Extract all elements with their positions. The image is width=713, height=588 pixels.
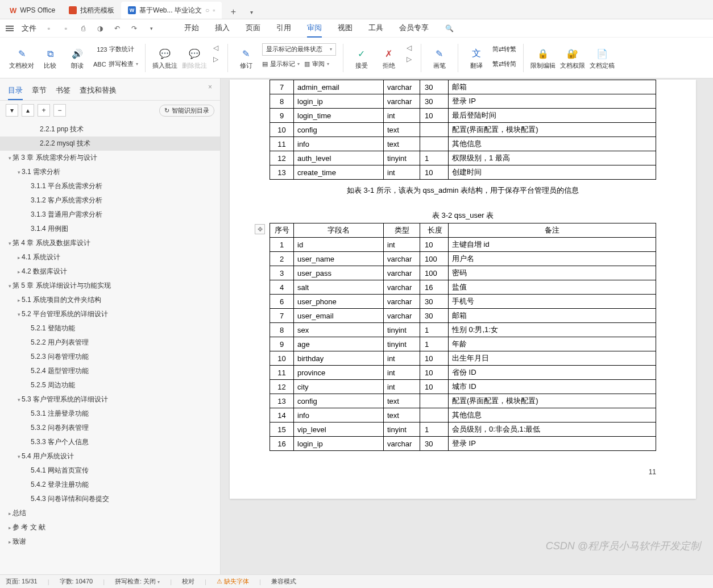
toc-item[interactable]: 5.4.2 登录注册功能 xyxy=(0,478,220,492)
toc-item[interactable]: 2.2.2 mysql 技术 xyxy=(0,136,220,151)
status-page[interactable]: 页面: 15/31 xyxy=(6,577,38,586)
search-icon[interactable]: 🔍 xyxy=(445,24,454,33)
expand-tri-icon[interactable]: ▸ xyxy=(7,539,13,545)
doc-proof-button[interactable]: ✎文档校对 xyxy=(9,43,34,75)
ribbon-tab[interactable]: 页面 xyxy=(246,19,260,38)
ribbon-tab[interactable]: 插入 xyxy=(215,19,230,38)
toc-expand-button[interactable]: ▴ xyxy=(22,104,34,117)
redo-icon[interactable]: ↷ xyxy=(130,24,139,33)
expand-tri-icon[interactable]: ▸ xyxy=(16,297,22,303)
status-compat[interactable]: 兼容模式 xyxy=(271,577,296,586)
ribbon-tab[interactable]: 会员专享 xyxy=(399,19,429,38)
ribbon-tab[interactable]: 视图 xyxy=(338,19,353,38)
read-aloud-button[interactable]: 🔊朗读 xyxy=(66,43,89,75)
expand-tri-icon[interactable]: ▾ xyxy=(7,283,13,289)
spellcheck-button[interactable]: ABC拼写检查▾ xyxy=(93,58,138,71)
next-change-icon[interactable]: ▷ xyxy=(405,55,414,64)
toc-item[interactable]: 5.4.1 网站首页宣传 xyxy=(0,463,220,478)
toc-item[interactable]: 5.2.2 用户列表管理 xyxy=(0,336,220,350)
status-missing-font[interactable]: ⚠ 缺失字体 xyxy=(217,577,249,586)
sidebar-tab[interactable]: 查找和替换 xyxy=(80,83,117,100)
trad-simp-button[interactable]: 繁⇄转简 xyxy=(492,58,516,71)
status-spell[interactable]: 拼写检查: 关闭 ▾ xyxy=(115,577,160,586)
toc-item[interactable]: 3.1.2 客户系统需求分析 xyxy=(0,193,220,208)
toc-item[interactable]: ▸参 考 文 献 xyxy=(0,520,220,535)
toc-item[interactable]: ▸总结 xyxy=(0,506,220,520)
sidebar-tab[interactable]: 书签 xyxy=(56,83,71,100)
toc-item[interactable]: ▾第 4 章 系统及数据库设计 xyxy=(0,236,220,250)
document-viewport[interactable]: 7admin_emailvarchar30邮箱8login_ipvarchar3… xyxy=(221,78,713,574)
expand-tri-icon[interactable]: ▾ xyxy=(16,397,22,403)
close-sidebar-icon[interactable]: × xyxy=(208,83,212,100)
expand-tri-icon[interactable]: ▸ xyxy=(16,269,22,275)
insert-comment-button[interactable]: 💬插入批注 xyxy=(152,43,177,75)
expand-tri-icon[interactable]: ▸ xyxy=(16,255,22,260)
new-tab-button[interactable]: + xyxy=(226,5,240,19)
toc-item[interactable]: ▾5.3 客户管理系统的详细设计 xyxy=(0,392,220,407)
toc-item[interactable]: 5.2.1 登陆功能 xyxy=(0,321,220,336)
accept-button[interactable]: ✓接受 xyxy=(350,43,373,75)
hamburger-icon[interactable] xyxy=(6,28,14,29)
toc-item[interactable]: 5.3.3 客户个人信息 xyxy=(0,435,220,449)
expand-tri-icon[interactable]: ▾ xyxy=(16,312,22,317)
toc-item[interactable]: ▾5.2 平台管理系统的详细设计 xyxy=(0,307,220,321)
toc-item[interactable]: ▾3.1 需求分析 xyxy=(0,165,220,179)
restrict-edit-button[interactable]: 🔒限制编辑 xyxy=(530,43,556,75)
toc-item[interactable]: ▸4.2 数据库设计 xyxy=(0,264,220,279)
quick-menu-chevron[interactable]: ▾ xyxy=(147,24,156,33)
permissions-button[interactable]: 🔐文档权限 xyxy=(560,43,585,75)
display-mode-dropdown[interactable]: 显示标记的最终状态▾ xyxy=(262,43,336,56)
tab-menu-button[interactable]: ▾ xyxy=(244,5,258,19)
toc-item[interactable]: 3.1.1 平台系统需求分析 xyxy=(0,179,220,193)
delete-comment-button[interactable]: 💬删除批注 xyxy=(182,43,207,75)
finalize-button[interactable]: 📄文档定稿 xyxy=(590,43,615,75)
toc-item[interactable]: ▸5.1 系统项目的文件夹结构 xyxy=(0,293,220,307)
tab-document[interactable]: W 基于Web... 毕业论文 ○ ▫ xyxy=(121,2,222,19)
preview-icon[interactable]: ◑ xyxy=(96,24,105,33)
toc-item[interactable]: ▾第 5 章 系统详细设计与功能实现 xyxy=(0,279,220,293)
print-icon[interactable]: ⎙ xyxy=(78,24,88,33)
smart-toc-button[interactable]: ↻智能识别目录 xyxy=(159,105,214,117)
toc-add-button[interactable]: + xyxy=(38,104,50,117)
prev-change-icon[interactable]: ◁ xyxy=(405,43,414,52)
review-pane-button[interactable]: ▥审阅▾ xyxy=(304,58,329,71)
undo-icon[interactable]: ↶ xyxy=(113,24,122,33)
sidebar-tab[interactable]: 目录 xyxy=(8,83,23,100)
expand-tri-icon[interactable]: ▸ xyxy=(7,525,13,531)
toc-item[interactable]: ▾第 3 章 系统需求分析与设计 xyxy=(0,151,220,165)
simp-trad-button[interactable]: 简⇄转繁 xyxy=(492,43,516,56)
sidebar-tab[interactable]: 章节 xyxy=(32,83,47,100)
table-anchor-icon[interactable]: ✥ xyxy=(255,224,265,234)
toc-item[interactable]: 5.2.3 问卷管理功能 xyxy=(0,350,220,364)
expand-tri-icon[interactable]: ▸ xyxy=(7,511,13,516)
toc-item[interactable]: 5.3.2 问卷列表管理 xyxy=(0,421,220,435)
compare-button[interactable]: ⧉比较 xyxy=(39,43,61,75)
expand-tri-icon[interactable]: ▾ xyxy=(16,454,22,459)
toc-item[interactable]: 3.1.3 普通用户需求分析 xyxy=(0,208,220,222)
reject-button[interactable]: ✗拒绝 xyxy=(378,43,400,75)
toc-item[interactable]: ▸4.1 系统设计 xyxy=(0,250,220,264)
wordcount-button[interactable]: 123字数统计 xyxy=(93,43,138,56)
toc-item[interactable]: 5.3.1 注册登录功能 xyxy=(0,407,220,421)
show-markup-button[interactable]: ▤显示标记▾ xyxy=(262,58,300,71)
save-icon[interactable]: ▫ xyxy=(44,24,53,33)
toc-item[interactable]: 3.1.4 用例图 xyxy=(0,222,220,236)
toc-item[interactable]: 5.2.5 周边功能 xyxy=(0,378,220,392)
toc-remove-button[interactable]: − xyxy=(53,104,66,117)
ribbon-tab[interactable]: 开始 xyxy=(184,19,199,38)
toc-item[interactable]: 5.2.4 题型管理功能 xyxy=(0,364,220,378)
expand-tri-icon[interactable]: ▾ xyxy=(7,241,13,246)
status-wordcount[interactable]: 字数: 10470 xyxy=(60,577,93,586)
expand-tri-icon[interactable]: ▾ xyxy=(7,155,13,161)
tab-pin-icon[interactable]: ▫ xyxy=(213,6,215,14)
expand-tri-icon[interactable]: ▾ xyxy=(16,169,22,175)
tab-templates[interactable]: 找稻壳模板 xyxy=(62,2,121,19)
ribbon-tab[interactable]: 审阅 xyxy=(307,19,322,38)
ribbon-tab[interactable]: 引用 xyxy=(276,19,291,38)
ribbon-tab[interactable]: 工具 xyxy=(368,19,383,38)
next-comment-icon[interactable]: ▷ xyxy=(212,55,221,64)
prev-comment-icon[interactable]: ◁ xyxy=(212,43,221,52)
ink-button[interactable]: ✎画笔 xyxy=(428,43,451,75)
track-changes-button[interactable]: ✎修订 xyxy=(235,43,258,75)
translate-button[interactable]: 文翻译 xyxy=(465,43,488,75)
